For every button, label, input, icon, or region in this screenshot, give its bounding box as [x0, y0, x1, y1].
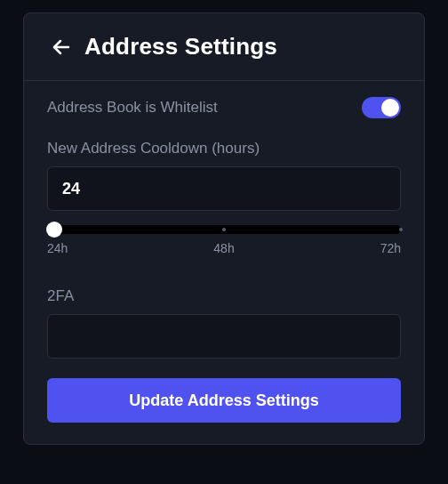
slider-track [47, 225, 401, 234]
tfa-input[interactable] [47, 314, 401, 359]
slider-label-mid: 48h [213, 241, 234, 255]
page-title: Address Settings [84, 33, 277, 60]
cooldown-slider[interactable]: 24h 48h 72h [47, 225, 401, 261]
card-body: Address Book is Whitelist New Address Co… [24, 81, 424, 423]
settings-card: Address Settings Address Book is Whiteli… [23, 12, 425, 445]
whitelist-label: Address Book is Whitelist [47, 99, 218, 117]
cooldown-label: New Address Cooldown (hours) [47, 140, 401, 157]
slider-tick-mid [222, 228, 226, 231]
slider-label-max: 72h [380, 241, 401, 255]
slider-thumb[interactable] [46, 222, 62, 238]
whitelist-toggle[interactable] [362, 97, 401, 118]
card-header: Address Settings [24, 13, 424, 81]
tfa-block: 2FA [47, 287, 401, 359]
cooldown-input[interactable] [47, 166, 401, 211]
tfa-label: 2FA [47, 287, 401, 305]
slider-label-min: 24h [47, 241, 68, 255]
cooldown-block: New Address Cooldown (hours) 24h 48h 72h [47, 140, 401, 261]
slider-labels: 24h 48h 72h [47, 241, 401, 261]
slider-tick-right [399, 228, 403, 231]
toggle-knob [381, 99, 399, 117]
back-arrow-icon[interactable] [51, 36, 72, 58]
whitelist-row: Address Book is Whitelist [47, 97, 401, 118]
update-settings-button[interactable]: Update Address Settings [47, 378, 401, 423]
